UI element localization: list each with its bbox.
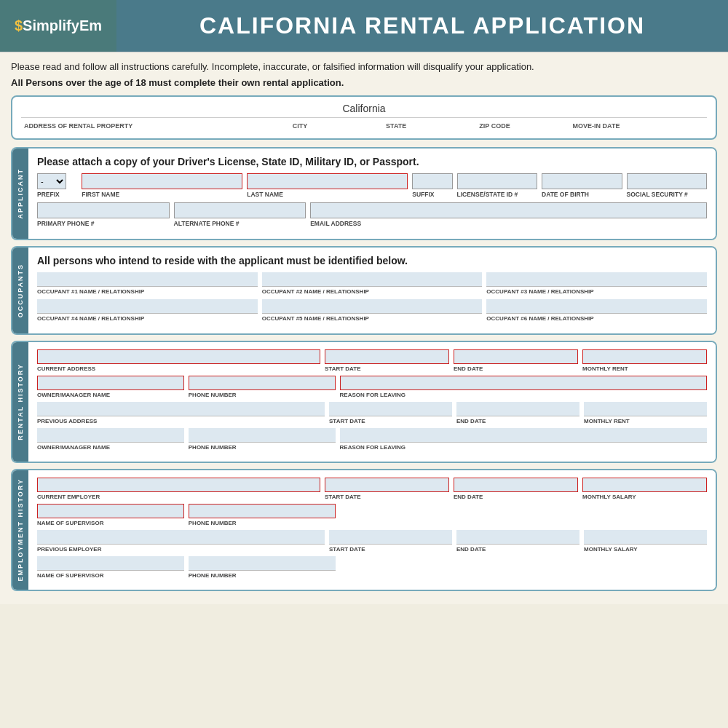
current-end-date-input[interactable] [454, 349, 578, 364]
previous-end-date-field: END DATE [456, 402, 579, 424]
current-employer-row: CURRENT EMPLOYER START DATE END DATE MON… [37, 478, 707, 500]
email-input[interactable] [310, 202, 707, 218]
emp-current-start-date-input[interactable] [325, 478, 449, 492]
previous-reason-field: REASON FOR LEAVING [340, 428, 707, 451]
occupants-row-2: OCCUPANT #4 NAME / RELATIONSHIP OCCUPANT… [37, 299, 707, 322]
previous-supervisor-input[interactable] [37, 556, 184, 571]
title-area: CALIFORNIA RENTAL APPLICATION [116, 0, 728, 52]
previous-monthly-rent-input[interactable] [584, 402, 707, 416]
applicant-tab: APPLICANT [12, 149, 28, 239]
state-field: STATE [383, 121, 476, 131]
occupant-2-input[interactable] [262, 272, 483, 287]
current-owner-field: OWNER/MANAGER NAME [37, 376, 184, 398]
emp-spacer [340, 512, 707, 526]
rental-history-section: RENTAL HISTORY CURRENT ADDRESS START DAT… [11, 341, 717, 463]
current-phone-input[interactable] [189, 376, 336, 390]
employment-history-tab: EMPLOYMENT HISTORY [12, 470, 28, 590]
occupant-5-input[interactable] [262, 299, 483, 314]
emp-current-end-date-input[interactable] [454, 478, 578, 492]
license-field: LICENSE/STATE ID # [457, 173, 538, 198]
header: $SimplifyEm CALIFORNIA RENTAL APPLICATIO… [0, 0, 728, 52]
suffix-input[interactable] [412, 173, 452, 189]
emp-current-phone-input[interactable] [189, 504, 336, 518]
previous-supervisor-field: NAME OF SUPERVISOR [37, 556, 184, 579]
rental-history-content: CURRENT ADDRESS START DATE END DATE MONT… [28, 342, 716, 462]
previous-employer-input[interactable] [37, 530, 325, 545]
previous-address-field: PREVIOUS ADDRESS [37, 402, 325, 424]
last-name-input[interactable] [247, 173, 408, 189]
current-reason-input[interactable] [340, 376, 707, 390]
current-owner-input[interactable] [37, 376, 184, 390]
current-address-row: CURRENT ADDRESS START DATE END DATE MONT… [37, 349, 707, 372]
emp-current-salary-input[interactable] [582, 478, 707, 492]
previous-start-date-field: START DATE [329, 402, 452, 424]
occupant-3-field: OCCUPANT #3 NAME / RELATIONSHIP [486, 272, 707, 295]
occupant-4-input[interactable] [37, 299, 258, 314]
current-start-date-field: START DATE [325, 349, 449, 372]
content-area: Please read and follow all instructions … [0, 52, 728, 604]
previous-address-row: PREVIOUS ADDRESS START DATE END DATE MON… [37, 402, 707, 424]
page-title: CALIFORNIA RENTAL APPLICATION [199, 12, 645, 39]
applicant-section: APPLICANT Please attach a copy of your D… [11, 147, 717, 240]
prefix-select[interactable]: - Mr. Ms. Mrs. [37, 173, 66, 189]
current-reason-field: REASON FOR LEAVING [340, 376, 707, 398]
emp-previous-phone-field: PHONE NUMBER [189, 556, 336, 579]
previous-owner-row: OWNER/MANAGER NAME PHONE NUMBER REASON F… [37, 428, 707, 451]
occupant-3-input[interactable] [486, 272, 707, 287]
previous-start-date-input[interactable] [329, 402, 452, 416]
applicant-heading: Please attach a copy of your Driver's Li… [37, 156, 707, 167]
occupant-6-input[interactable] [486, 299, 707, 314]
previous-owner-input[interactable] [37, 428, 184, 443]
occupant-1-input[interactable] [37, 272, 258, 287]
applicant-name-row: - Mr. Ms. Mrs. PREFIX FIRST NAME LAST NA… [37, 173, 707, 198]
current-monthly-rent-field: MONTHLY RENT [582, 349, 707, 372]
logo-area: $SimplifyEm [0, 0, 116, 52]
move-in-date-field: MOVE-IN DATE [570, 121, 707, 131]
previous-phone-input[interactable] [189, 428, 336, 443]
primary-phone-input[interactable] [37, 202, 170, 218]
current-start-date-input[interactable] [325, 349, 449, 364]
current-address-input[interactable] [37, 349, 320, 364]
current-phone-field: PHONE NUMBER [189, 376, 336, 398]
current-supervisor-input[interactable] [37, 504, 184, 518]
previous-employer-field: PREVIOUS EMPLOYER [37, 530, 325, 553]
previous-address-input[interactable] [37, 402, 325, 416]
logo: $SimplifyEm [15, 17, 102, 34]
ssn-input[interactable] [627, 173, 708, 189]
previous-supervisor-row: NAME OF SUPERVISOR PHONE NUMBER [37, 556, 707, 579]
alternate-phone-input[interactable] [174, 202, 306, 218]
current-supervisor-field: NAME OF SUPERVISOR [37, 504, 184, 526]
license-input[interactable] [457, 173, 538, 189]
previous-end-date-input[interactable] [456, 402, 579, 416]
rental-history-tab: RENTAL HISTORY [12, 342, 28, 462]
occupant-1-field: OCCUPANT #1 NAME / RELATIONSHIP [37, 272, 258, 295]
first-name-input[interactable] [82, 173, 242, 189]
current-monthly-rent-input[interactable] [582, 349, 707, 364]
current-owner-row: OWNER/MANAGER NAME PHONE NUMBER REASON F… [37, 376, 707, 398]
previous-reason-input[interactable] [340, 428, 707, 443]
dob-field: DATE OF BIRTH [542, 173, 622, 198]
intro-text: Please read and follow all instructions … [11, 60, 717, 90]
zip-code-field: ZIP CODE [476, 121, 569, 131]
emp-previous-salary-input[interactable] [584, 530, 707, 545]
property-section: California ADDRESS OF RENTAL PROPERTY CI… [11, 95, 717, 140]
occupant-4-field: OCCUPANT #4 NAME / RELATIONSHIP [37, 299, 258, 322]
current-employer-input[interactable] [37, 478, 320, 492]
current-supervisor-row: NAME OF SUPERVISOR PHONE NUMBER [37, 504, 707, 526]
previous-phone-field: PHONE NUMBER [189, 428, 336, 451]
previous-monthly-rent-field: MONTHLY RENT [584, 402, 707, 424]
alternate-phone-field: ALTERNATE PHONE # [174, 202, 306, 227]
applicant-content: Please attach a copy of your Driver's Li… [28, 149, 716, 239]
emp-current-salary-field: MONTHLY SALARY [582, 478, 707, 500]
employment-history-content: CURRENT EMPLOYER START DATE END DATE MON… [28, 470, 716, 590]
emp-previous-phone-input[interactable] [189, 556, 336, 571]
employment-history-section: EMPLOYMENT HISTORY CURRENT EMPLOYER STAR… [11, 469, 717, 591]
dob-input[interactable] [542, 173, 622, 189]
emp-previous-start-date-input[interactable] [329, 530, 452, 545]
email-field: EMAIL ADDRESS [310, 202, 707, 227]
primary-phone-field: PRIMARY PHONE # [37, 202, 170, 227]
current-end-date-field: END DATE [454, 349, 578, 372]
emp-previous-end-date-input[interactable] [456, 530, 579, 545]
occupants-row-1: OCCUPANT #1 NAME / RELATIONSHIP OCCUPANT… [37, 272, 707, 295]
city-field: CITY [290, 121, 383, 131]
